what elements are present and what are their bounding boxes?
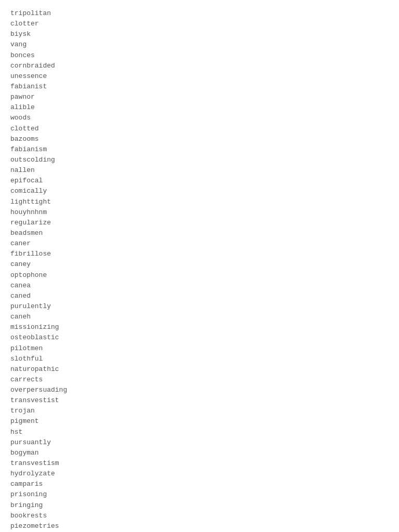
list-item: prisoning	[10, 489, 389, 500]
list-item: bringing	[10, 500, 389, 511]
list-item: camparis	[10, 479, 389, 489]
list-item: canea	[10, 281, 389, 291]
list-item: bonces	[10, 50, 389, 61]
list-item: woods	[10, 113, 389, 123]
list-item: lighttight	[10, 197, 389, 207]
list-item: transvestist	[10, 395, 389, 406]
list-item: caneh	[10, 312, 389, 322]
list-item: osteoblastic	[10, 332, 389, 343]
list-item: clotter	[10, 19, 389, 29]
list-item: alible	[10, 102, 389, 113]
list-item: hydrolyzate	[10, 469, 389, 479]
list-item: houyhnhnm	[10, 207, 389, 218]
list-item: pilotmen	[10, 343, 389, 354]
list-item: fabianism	[10, 144, 389, 155]
list-item: outscolding	[10, 155, 389, 165]
list-item: tripolitan	[10, 8, 389, 19]
list-item: cornbraided	[10, 61, 389, 71]
list-item: vang	[10, 39, 389, 50]
list-item: overpersuading	[10, 385, 389, 395]
list-item: pawnor	[10, 92, 389, 102]
list-item: transvestism	[10, 458, 389, 469]
list-item: nallen	[10, 165, 389, 176]
list-item: bazooms	[10, 134, 389, 144]
list-item: clotted	[10, 124, 389, 134]
list-item: optophone	[10, 270, 389, 281]
list-item: missionizing	[10, 322, 389, 332]
list-item: pigment	[10, 416, 389, 427]
list-item: caney	[10, 259, 389, 270]
list-item: carrects	[10, 375, 389, 385]
list-item: purulently	[10, 301, 389, 312]
list-item: trojan	[10, 406, 389, 416]
list-item: unessence	[10, 71, 389, 82]
list-item: fabianist	[10, 82, 389, 92]
list-item: slothful	[10, 354, 389, 364]
list-item: biysk	[10, 29, 389, 39]
list-item: comically	[10, 186, 389, 196]
list-item: piezometries	[10, 521, 389, 531]
list-item: caned	[10, 291, 389, 301]
list-item: naturopathic	[10, 364, 389, 375]
list-item: hst	[10, 427, 389, 437]
list-item: regularize	[10, 218, 389, 228]
list-item: beadsmen	[10, 228, 389, 238]
list-item: bookrests	[10, 511, 389, 521]
list-item: pursuantly	[10, 437, 389, 448]
list-item: caner	[10, 238, 389, 249]
list-item: fibrillose	[10, 249, 389, 259]
list-item: epifocal	[10, 176, 389, 186]
list-item: bogyman	[10, 448, 389, 458]
main-word-list: tripolitanclotterbiyskvangboncescornbrai…	[10, 8, 389, 532]
